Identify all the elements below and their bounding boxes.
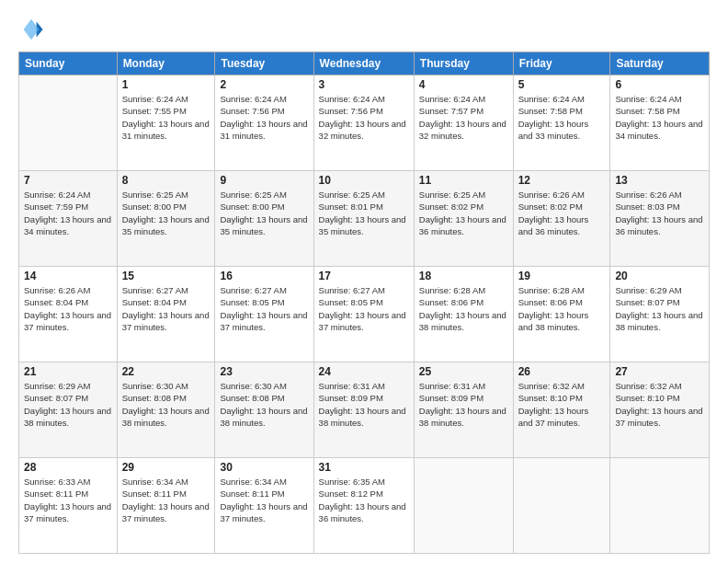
day-info: Sunrise: 6:27 AM Sunset: 8:05 PM Dayligh… <box>220 284 308 333</box>
day-number: 20 <box>615 270 704 282</box>
day-info: Sunrise: 6:24 AM Sunset: 7:56 PM Dayligh… <box>220 93 308 142</box>
calendar-cell: 12Sunrise: 6:26 AM Sunset: 8:02 PM Dayli… <box>513 171 610 267</box>
day-number: 26 <box>518 365 606 378</box>
day-info: Sunrise: 6:24 AM Sunset: 7:58 PM Dayligh… <box>615 93 704 142</box>
col-header-saturday: Saturday <box>610 52 710 75</box>
day-info: Sunrise: 6:24 AM Sunset: 7:56 PM Dayligh… <box>319 93 409 142</box>
day-number: 2 <box>220 78 308 91</box>
day-number: 31 <box>319 461 409 474</box>
calendar-cell: 30Sunrise: 6:34 AM Sunset: 8:11 PM Dayli… <box>215 458 313 554</box>
day-number: 25 <box>419 365 508 378</box>
day-info: Sunrise: 6:27 AM Sunset: 8:05 PM Dayligh… <box>319 284 409 333</box>
logo-icon <box>18 17 44 42</box>
day-number: 12 <box>518 174 606 187</box>
day-info: Sunrise: 6:24 AM Sunset: 7:58 PM Dayligh… <box>518 93 606 142</box>
day-number: 18 <box>419 270 508 282</box>
calendar-cell: 22Sunrise: 6:30 AM Sunset: 8:08 PM Dayli… <box>117 362 215 458</box>
day-info: Sunrise: 6:27 AM Sunset: 8:04 PM Dayligh… <box>122 284 210 333</box>
day-info: Sunrise: 6:24 AM Sunset: 7:55 PM Dayligh… <box>122 93 210 142</box>
calendar-cell: 27Sunrise: 6:32 AM Sunset: 8:10 PM Dayli… <box>610 362 710 458</box>
day-number: 4 <box>419 78 508 91</box>
day-number: 19 <box>518 270 606 282</box>
calendar-cell: 4Sunrise: 6:24 AM Sunset: 7:57 PM Daylig… <box>414 75 513 171</box>
calendar-cell <box>610 458 710 554</box>
day-info: Sunrise: 6:26 AM Sunset: 8:04 PM Dayligh… <box>24 284 112 333</box>
day-number: 23 <box>220 365 308 378</box>
calendar-cell: 21Sunrise: 6:29 AM Sunset: 8:07 PM Dayli… <box>19 362 118 458</box>
day-number: 11 <box>419 174 508 187</box>
calendar-cell: 5Sunrise: 6:24 AM Sunset: 7:58 PM Daylig… <box>513 75 610 171</box>
calendar-cell <box>19 75 118 171</box>
day-info: Sunrise: 6:24 AM Sunset: 7:59 PM Dayligh… <box>24 189 112 237</box>
day-info: Sunrise: 6:26 AM Sunset: 8:02 PM Dayligh… <box>518 189 606 237</box>
day-number: 28 <box>24 461 112 474</box>
calendar-table: SundayMondayTuesdayWednesdayThursdayFrid… <box>18 52 710 554</box>
day-info: Sunrise: 6:28 AM Sunset: 8:06 PM Dayligh… <box>518 284 606 333</box>
day-number: 30 <box>220 461 308 474</box>
col-header-thursday: Thursday <box>414 52 513 75</box>
week-row-1: 1Sunrise: 6:24 AM Sunset: 7:55 PM Daylig… <box>19 75 710 171</box>
col-header-monday: Monday <box>117 52 215 75</box>
day-number: 6 <box>615 78 704 91</box>
day-info: Sunrise: 6:25 AM Sunset: 8:00 PM Dayligh… <box>122 189 210 237</box>
calendar-cell: 17Sunrise: 6:27 AM Sunset: 8:05 PM Dayli… <box>313 267 414 362</box>
day-info: Sunrise: 6:30 AM Sunset: 8:08 PM Dayligh… <box>122 380 210 429</box>
day-info: Sunrise: 6:29 AM Sunset: 8:07 PM Dayligh… <box>24 380 112 429</box>
week-row-3: 14Sunrise: 6:26 AM Sunset: 8:04 PM Dayli… <box>19 267 710 362</box>
day-info: Sunrise: 6:32 AM Sunset: 8:10 PM Dayligh… <box>615 380 704 429</box>
day-number: 14 <box>24 270 112 282</box>
day-info: Sunrise: 6:28 AM Sunset: 8:06 PM Dayligh… <box>419 284 508 333</box>
page: SundayMondayTuesdayWednesdayThursdayFrid… <box>0 0 728 563</box>
header-row: SundayMondayTuesdayWednesdayThursdayFrid… <box>19 52 710 75</box>
day-number: 9 <box>220 174 308 187</box>
day-info: Sunrise: 6:25 AM Sunset: 8:00 PM Dayligh… <box>220 189 308 237</box>
calendar-cell: 11Sunrise: 6:25 AM Sunset: 8:02 PM Dayli… <box>414 171 513 267</box>
day-info: Sunrise: 6:26 AM Sunset: 8:03 PM Dayligh… <box>615 189 704 237</box>
day-info: Sunrise: 6:32 AM Sunset: 8:10 PM Dayligh… <box>518 380 606 429</box>
calendar-cell: 19Sunrise: 6:28 AM Sunset: 8:06 PM Dayli… <box>513 267 610 362</box>
calendar-cell: 31Sunrise: 6:35 AM Sunset: 8:12 PM Dayli… <box>313 458 414 554</box>
day-number: 27 <box>615 365 704 378</box>
day-number: 17 <box>319 270 409 282</box>
calendar-cell: 26Sunrise: 6:32 AM Sunset: 8:10 PM Dayli… <box>513 362 610 458</box>
calendar-cell: 23Sunrise: 6:30 AM Sunset: 8:08 PM Dayli… <box>215 362 313 458</box>
calendar-cell: 25Sunrise: 6:31 AM Sunset: 8:09 PM Dayli… <box>414 362 513 458</box>
week-row-5: 28Sunrise: 6:33 AM Sunset: 8:11 PM Dayli… <box>19 458 710 554</box>
calendar-cell: 10Sunrise: 6:25 AM Sunset: 8:01 PM Dayli… <box>313 171 414 267</box>
col-header-wednesday: Wednesday <box>313 52 414 75</box>
day-number: 29 <box>122 461 210 474</box>
calendar-cell: 6Sunrise: 6:24 AM Sunset: 7:58 PM Daylig… <box>610 75 710 171</box>
day-number: 24 <box>319 365 409 378</box>
day-number: 16 <box>220 270 308 282</box>
calendar-cell: 2Sunrise: 6:24 AM Sunset: 7:56 PM Daylig… <box>215 75 313 171</box>
week-row-2: 7Sunrise: 6:24 AM Sunset: 7:59 PM Daylig… <box>19 171 710 267</box>
day-info: Sunrise: 6:25 AM Sunset: 8:02 PM Dayligh… <box>419 189 508 237</box>
calendar-cell: 1Sunrise: 6:24 AM Sunset: 7:55 PM Daylig… <box>117 75 215 171</box>
logo <box>18 17 48 42</box>
calendar-cell <box>414 458 513 554</box>
day-info: Sunrise: 6:31 AM Sunset: 8:09 PM Dayligh… <box>419 380 508 429</box>
day-info: Sunrise: 6:34 AM Sunset: 8:11 PM Dayligh… <box>122 476 210 524</box>
calendar-cell: 9Sunrise: 6:25 AM Sunset: 8:00 PM Daylig… <box>215 171 313 267</box>
calendar-cell: 20Sunrise: 6:29 AM Sunset: 8:07 PM Dayli… <box>610 267 710 362</box>
calendar-cell: 15Sunrise: 6:27 AM Sunset: 8:04 PM Dayli… <box>117 267 215 362</box>
col-header-sunday: Sunday <box>19 52 118 75</box>
col-header-friday: Friday <box>513 52 610 75</box>
col-header-tuesday: Tuesday <box>215 52 313 75</box>
calendar-cell: 3Sunrise: 6:24 AM Sunset: 7:56 PM Daylig… <box>313 75 414 171</box>
day-number: 13 <box>615 174 704 187</box>
calendar-cell: 14Sunrise: 6:26 AM Sunset: 8:04 PM Dayli… <box>19 267 118 362</box>
calendar-cell: 7Sunrise: 6:24 AM Sunset: 7:59 PM Daylig… <box>19 171 118 267</box>
day-number: 22 <box>122 365 210 378</box>
day-info: Sunrise: 6:24 AM Sunset: 7:57 PM Dayligh… <box>419 93 508 142</box>
calendar-cell: 16Sunrise: 6:27 AM Sunset: 8:05 PM Dayli… <box>215 267 313 362</box>
day-number: 1 <box>122 78 210 91</box>
calendar-cell: 28Sunrise: 6:33 AM Sunset: 8:11 PM Dayli… <box>19 458 118 554</box>
day-info: Sunrise: 6:30 AM Sunset: 8:08 PM Dayligh… <box>220 380 308 429</box>
day-number: 8 <box>122 174 210 187</box>
day-info: Sunrise: 6:34 AM Sunset: 8:11 PM Dayligh… <box>220 476 308 524</box>
day-info: Sunrise: 6:29 AM Sunset: 8:07 PM Dayligh… <box>615 284 704 333</box>
week-row-4: 21Sunrise: 6:29 AM Sunset: 8:07 PM Dayli… <box>19 362 710 458</box>
calendar-cell: 13Sunrise: 6:26 AM Sunset: 8:03 PM Dayli… <box>610 171 710 267</box>
day-info: Sunrise: 6:25 AM Sunset: 8:01 PM Dayligh… <box>319 189 409 237</box>
